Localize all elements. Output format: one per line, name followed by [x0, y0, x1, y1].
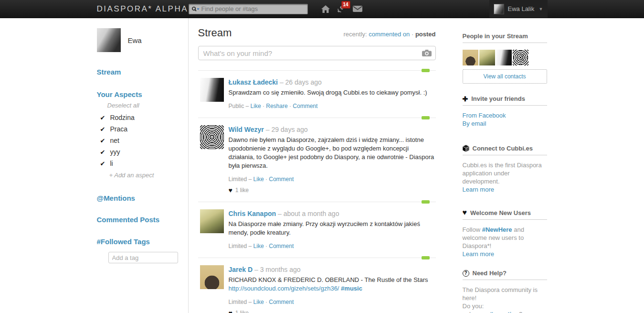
post-author-avatar[interactable] [200, 265, 224, 289]
invite-email-link[interactable]: By email [463, 119, 547, 128]
heart-icon: ♥ [463, 209, 467, 216]
filter-posted[interactable]: posted [415, 31, 436, 38]
visibility-label: Public [229, 103, 244, 109]
invite-section: ✚ Invite your friends From Facebook By e… [463, 95, 547, 128]
contact-avatar[interactable] [479, 50, 495, 65]
like-link[interactable]: Like [253, 176, 264, 183]
post-footer: Limited – Like · Comment [229, 176, 437, 183]
sidebar-item-commented-posts[interactable]: Commented Posts [97, 216, 188, 224]
welcome-text: Follow [463, 226, 482, 233]
profile-avatar[interactable] [97, 28, 121, 52]
aspect-color-badge [422, 256, 430, 259]
view-all-contacts-button[interactable]: View all contacts [463, 69, 547, 84]
welcome-section: ♥ Welcome New Users Follow #NewHere and … [463, 209, 547, 258]
filter-commented-on[interactable]: commented on [369, 31, 410, 38]
aspect-label: Rodzina [110, 114, 134, 121]
aspect-color-badge [422, 200, 430, 204]
upload-photo-button[interactable] [422, 50, 432, 58]
sidebar-item-your-aspects[interactable]: Your Aspects [97, 90, 188, 98]
messages-button[interactable] [353, 6, 362, 12]
aspect-item-yyy[interactable]: ✔ yyy [97, 146, 188, 158]
hashtag-question[interactable]: #question [490, 311, 519, 313]
reshare-link[interactable]: Reshare [266, 103, 287, 109]
like-link[interactable]: Like [253, 299, 264, 305]
comment-link[interactable]: Comment [269, 176, 294, 183]
aspect-item-praca[interactable]: ✔ Praca [97, 123, 188, 135]
people-section: People in your Stream View all contacts [463, 32, 547, 84]
like-link[interactable]: Like [253, 243, 264, 249]
chevron-down-icon: ▼ [539, 7, 543, 11]
cubbies-section: Connect to Cubbi.es Cubbi.es is the firs… [463, 145, 547, 194]
add-tag-input[interactable] [108, 252, 178, 263]
diaspora-logo[interactable]: DIASPORA* ALPHA [97, 4, 189, 14]
post-body: Sprawdzam co się zmieniło. Swoją drogą C… [229, 88, 437, 97]
camera-icon [422, 50, 432, 56]
post-author-link[interactable]: Jarek D [229, 266, 253, 273]
post-timestamp: 26 days ago [285, 78, 322, 86]
post: Wild Wezyr – 29 days ago Dawno nie byłem… [198, 118, 436, 202]
help-heading: Need Help? [473, 270, 507, 277]
dash-separator: – [266, 126, 270, 133]
aspect-item-rodzina[interactable]: ✔ Rodzina [97, 112, 188, 123]
recently-label: recently: [344, 31, 367, 38]
post-footer: Limited – Like · Comment [229, 299, 437, 305]
people-strip [463, 50, 547, 65]
visibility-label: Limited [229, 243, 247, 249]
page-title: Stream [198, 27, 232, 39]
profile-block: Ewa [97, 28, 188, 52]
contact-avatar[interactable] [496, 50, 512, 65]
notifications-button[interactable]: 14 [337, 5, 346, 13]
contact-avatar[interactable] [513, 50, 528, 65]
soundcloud-link[interactable]: http://soundcloud.com/gizeh/sets/gzh36/ [229, 285, 339, 292]
cubbies-learn-more-link[interactable]: Learn more [463, 185, 547, 194]
contact-avatar[interactable] [463, 50, 478, 65]
post-author-link[interactable]: Łukasz Ładecki [229, 78, 278, 86]
publisher-input[interactable] [198, 46, 436, 60]
search-input[interactable] [201, 5, 305, 12]
dot-separator: · [265, 243, 267, 249]
question-icon: ? [463, 270, 469, 277]
dash-separator: – [249, 299, 252, 305]
post-author-avatar[interactable] [200, 78, 224, 102]
dash-separator: – [278, 210, 282, 217]
help-section: ? Need Help? The Diaspora community is h… [463, 270, 547, 313]
post-timestamp: about a month ago [284, 210, 339, 217]
check-icon: ✔ [100, 149, 106, 156]
deselect-all-link[interactable]: Deselect all [107, 102, 188, 109]
sidebar-item-stream[interactable]: Stream [97, 68, 188, 76]
likes-row: ♥ 1 like [229, 310, 437, 313]
comment-link[interactable]: Comment [293, 103, 317, 109]
check-icon: ✔ [100, 160, 106, 167]
sidebar-item-followed-tags[interactable]: #Followed Tags [97, 237, 188, 246]
dash-separator: – [249, 243, 252, 249]
dash-separator: – [249, 176, 252, 183]
post-author-avatar[interactable] [200, 209, 224, 233]
comment-link[interactable]: Comment [269, 299, 294, 305]
left-sidebar: Ewa Stream Your Aspects Deselect all ✔ R… [97, 18, 189, 313]
publisher [198, 46, 436, 60]
check-icon: ✔ [100, 126, 106, 133]
check-icon: ✔ [100, 114, 106, 121]
dash-separator: – [280, 78, 284, 86]
aspect-color-badge [422, 69, 430, 72]
post-author-link[interactable]: Chris Kanapon [229, 210, 276, 217]
like-link[interactable]: Like [251, 103, 261, 109]
hashtag-newhere[interactable]: #NewHere [482, 226, 512, 233]
aspect-item-li[interactable]: ✔ li [97, 158, 188, 169]
post-author-link[interactable]: Wild Wezyr [229, 126, 264, 133]
post-author-avatar[interactable] [200, 125, 224, 149]
hashtag-music[interactable]: #music [341, 285, 362, 292]
add-aspect-link[interactable]: + Add an aspect [109, 172, 188, 179]
aspect-item-net[interactable]: ✔ net [97, 135, 188, 146]
welcome-learn-more-link[interactable]: Learn more [463, 250, 547, 258]
sidebar-item-mentions[interactable]: @Mentions [97, 194, 188, 202]
user-menu[interactable]: Ewa Lalik ▼ [489, 0, 548, 18]
comment-link[interactable]: Comment [269, 243, 294, 249]
home-button[interactable] [321, 5, 330, 13]
post: Łukasz Ładecki – 26 days ago Sprawdzam c… [198, 70, 436, 118]
post-body: Dawno nie byłem na Diasporze, zajrzałem … [229, 136, 437, 170]
aspect-label: yyy [110, 148, 120, 156]
post: Chris Kanapon – about a month ago Na Dia… [198, 202, 436, 258]
dash-separator: – [254, 266, 258, 273]
invite-facebook-link[interactable]: From Facebook [463, 111, 547, 119]
